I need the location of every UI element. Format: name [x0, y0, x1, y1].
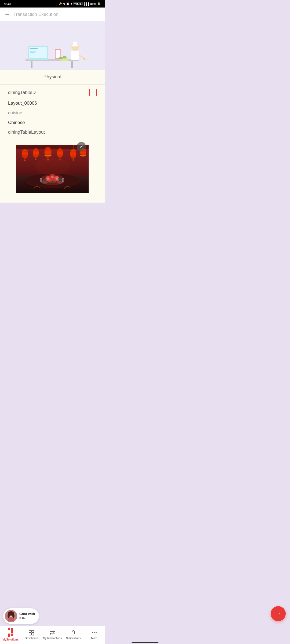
dining-table-id-row: diningTableID	[8, 87, 97, 98]
svg-rect-16	[72, 45, 78, 46]
key-icon: 🔑	[59, 2, 62, 5]
cuisine-label: cuisine	[8, 110, 22, 115]
svg-rect-7	[30, 51, 37, 52]
svg-rect-19	[83, 57, 85, 60]
svg-point-69	[47, 178, 49, 180]
alarm-icon: ⏰	[66, 2, 69, 5]
chef-illustration	[17, 30, 87, 70]
svg-rect-17	[71, 51, 79, 60]
cuisine-row: cuisine	[8, 108, 97, 118]
svg-rect-10	[56, 50, 60, 58]
svg-rect-1	[31, 61, 32, 68]
dining-table-id-label: diningTableID	[8, 90, 36, 95]
svg-rect-75	[40, 179, 42, 182]
nfc-icon: N	[63, 2, 65, 5]
top-nav: ← Transaction Execution	[0, 8, 105, 21]
dining-table-layout-row: diningTableLayout	[8, 127, 97, 137]
status-icons: 🔑 N ⏰ ✦ VoLTE ▐▐▐ 85% 🔋	[59, 2, 100, 5]
svg-point-23	[22, 149, 28, 159]
svg-point-78	[62, 178, 64, 179]
svg-point-45	[57, 148, 63, 158]
svg-point-70	[51, 176, 54, 178]
svg-point-71	[56, 178, 58, 180]
svg-point-74	[50, 181, 55, 183]
battery-label: 85%	[90, 2, 96, 5]
svg-point-51	[70, 149, 76, 159]
svg-rect-8	[30, 52, 35, 53]
svg-rect-5	[30, 48, 38, 49]
signal-icon: ▐▐▐	[84, 2, 89, 5]
status-bar: 9:43 🔑 N ⏰ ✦ VoLTE ▐▐▐ 85% 🔋	[0, 0, 105, 8]
volte-icon: VoLTE	[74, 2, 82, 5]
hero-area	[0, 21, 105, 70]
status-time: 9:43	[4, 2, 11, 6]
back-button[interactable]: ←	[4, 11, 10, 18]
dining-table-id-checkbox[interactable]	[89, 89, 97, 96]
chinese-row: Chinese	[8, 118, 97, 127]
dining-table-layout-label: diningTableLayout	[8, 130, 45, 135]
svg-point-81	[35, 158, 70, 175]
svg-point-12	[59, 57, 63, 59]
physical-tab[interactable]: Physical	[0, 70, 105, 85]
svg-point-39	[45, 147, 52, 158]
physical-tab-label: Physical	[43, 74, 61, 79]
page-title: Transaction Execution	[13, 12, 59, 17]
table-info-section: diningTableID Layout_00006 cuisine Chine…	[0, 85, 105, 203]
bluetooth-icon: ✦	[70, 2, 73, 5]
hero-illustration	[0, 27, 105, 70]
svg-point-80	[57, 181, 64, 184]
svg-rect-6	[30, 50, 35, 50]
svg-point-76	[40, 178, 42, 179]
svg-point-79	[41, 181, 48, 184]
svg-point-13	[63, 56, 67, 58]
layout-value: Layout_00006	[8, 101, 37, 106]
svg-rect-2	[71, 61, 73, 68]
svg-line-18	[79, 55, 84, 58]
dining-image-container: ✓	[16, 139, 89, 198]
chinese-value: Chinese	[8, 120, 25, 125]
layout-row: Layout_00006	[8, 98, 97, 108]
selected-check-icon: ✓	[77, 142, 86, 151]
svg-point-33	[33, 148, 39, 158]
battery-icon: 🔋	[97, 2, 100, 5]
